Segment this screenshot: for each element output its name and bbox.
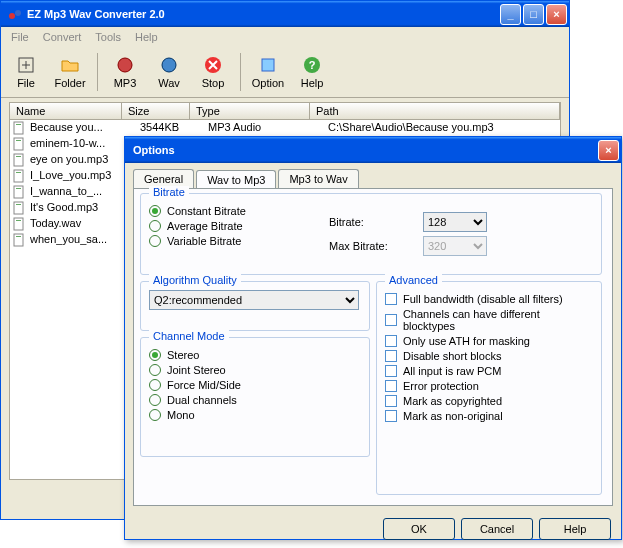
svg-rect-14 xyxy=(16,156,21,157)
stop-icon xyxy=(203,55,223,75)
tab-strip: General Wav to Mp3 Mp3 to Wav xyxy=(133,169,613,188)
menu-convert[interactable]: Convert xyxy=(37,29,88,45)
check-advanced-1[interactable]: Channels can have different blocktypes xyxy=(385,308,593,332)
toolbar-stop[interactable]: Stop xyxy=(192,51,234,93)
check-advanced-7[interactable]: Mark as non-original xyxy=(385,410,593,422)
menu-file[interactable]: File xyxy=(5,29,35,45)
close-button[interactable]: × xyxy=(546,4,567,25)
help-button[interactable]: Help xyxy=(539,518,611,540)
toolbar-file[interactable]: File xyxy=(5,51,47,93)
file-icon xyxy=(12,169,28,183)
options-dialog: Options × General Wav to Mp3 Mp3 to Wav … xyxy=(124,136,622,540)
svg-rect-10 xyxy=(16,124,21,125)
check-advanced-5[interactable]: Error protection xyxy=(385,380,593,392)
svg-rect-13 xyxy=(14,154,23,166)
bitrate-group: Bitrate Constant Bitrate Average Bitrate… xyxy=(140,193,602,275)
dialog-title: Options xyxy=(127,144,596,156)
svg-point-0 xyxy=(9,13,15,19)
cancel-button[interactable]: Cancel xyxy=(461,518,533,540)
check-advanced-4[interactable]: All input is raw PCM xyxy=(385,365,593,377)
window-title: EZ Mp3 Wav Converter 2.0 xyxy=(27,8,498,20)
maximize-button[interactable]: □ xyxy=(523,4,544,25)
algorithm-group: Algorithm Quality Q2:recommended xyxy=(140,281,370,331)
tab-mp3-to-wav[interactable]: Mp3 to Wav xyxy=(278,169,358,188)
help-icon: ? xyxy=(302,55,322,75)
titlebar: EZ Mp3 Wav Converter 2.0 _ □ × xyxy=(1,1,569,27)
channel-group: Channel Mode Stereo Joint Stereo Force M… xyxy=(140,337,370,457)
ok-button[interactable]: OK xyxy=(383,518,455,540)
radio-variable-bitrate[interactable]: Variable Bitrate xyxy=(149,235,329,247)
dialog-buttons: OK Cancel Help xyxy=(125,512,621,548)
app-icon xyxy=(7,6,23,22)
check-advanced-6[interactable]: Mark as copyrighted xyxy=(385,395,593,407)
check-advanced-2[interactable]: Only use ATH for masking xyxy=(385,335,593,347)
advanced-legend: Advanced xyxy=(385,274,442,286)
file-icon xyxy=(12,185,28,199)
channel-legend: Channel Mode xyxy=(149,330,229,342)
menubar: File Convert Tools Help xyxy=(1,27,569,47)
wav-icon xyxy=(159,55,179,75)
svg-point-1 xyxy=(15,10,21,16)
file-icon xyxy=(12,153,28,167)
check-advanced-3[interactable]: Disable short blocks xyxy=(385,350,593,362)
file-icon xyxy=(12,121,28,135)
radio-mono[interactable]: Mono xyxy=(149,409,361,421)
file-icon xyxy=(12,137,28,151)
toolbar-folder[interactable]: Folder xyxy=(49,51,91,93)
radio-dual-channels[interactable]: Dual channels xyxy=(149,394,361,406)
algorithm-select[interactable]: Q2:recommended xyxy=(149,290,359,310)
toolbar-wav[interactable]: Wav xyxy=(148,51,190,93)
bitrate-label: Bitrate: xyxy=(329,216,415,228)
svg-point-4 xyxy=(162,58,176,72)
svg-rect-17 xyxy=(14,186,23,198)
svg-rect-16 xyxy=(16,172,21,173)
toolbar: File Folder MP3 Wav Stop Option ?Help xyxy=(1,47,569,98)
svg-rect-23 xyxy=(14,234,23,246)
svg-rect-6 xyxy=(262,59,274,71)
svg-rect-20 xyxy=(16,204,21,205)
radio-stereo[interactable]: Stereo xyxy=(149,349,361,361)
file-icon xyxy=(12,201,28,215)
bitrate-select[interactable]: 128 xyxy=(423,212,487,232)
tab-panel: Bitrate Constant Bitrate Average Bitrate… xyxy=(133,188,613,506)
toolbar-help[interactable]: ?Help xyxy=(291,51,333,93)
svg-rect-11 xyxy=(14,138,23,150)
dialog-close-button[interactable]: × xyxy=(598,140,619,161)
col-size[interactable]: Size xyxy=(122,103,190,119)
tab-wav-to-mp3[interactable]: Wav to Mp3 xyxy=(196,170,276,189)
svg-rect-19 xyxy=(14,202,23,214)
svg-rect-21 xyxy=(14,218,23,230)
svg-rect-12 xyxy=(16,140,21,141)
plus-file-icon xyxy=(16,55,36,75)
radio-constant-bitrate[interactable]: Constant Bitrate xyxy=(149,205,329,217)
radio-force-mid-side[interactable]: Force Mid/Side xyxy=(149,379,361,391)
col-name[interactable]: Name xyxy=(10,103,122,119)
svg-point-3 xyxy=(118,58,132,72)
menu-help[interactable]: Help xyxy=(129,29,164,45)
list-item[interactable]: Because you...3544KBMP3 AudioC:\Share\Au… xyxy=(10,120,560,136)
file-icon xyxy=(12,233,28,247)
col-path[interactable]: Path xyxy=(310,103,560,119)
svg-rect-24 xyxy=(16,236,21,237)
plus-folder-icon xyxy=(60,55,80,75)
toolbar-mp3[interactable]: MP3 xyxy=(104,51,146,93)
minimize-button[interactable]: _ xyxy=(500,4,521,25)
radio-average-bitrate[interactable]: Average Bitrate xyxy=(149,220,329,232)
file-icon xyxy=(12,217,28,231)
svg-rect-18 xyxy=(16,188,21,189)
menu-tools[interactable]: Tools xyxy=(89,29,127,45)
svg-rect-22 xyxy=(16,220,21,221)
list-header: Name Size Type Path xyxy=(9,102,561,120)
toolbar-option[interactable]: Option xyxy=(247,51,289,93)
check-advanced-0[interactable]: Full bandwidth (disable all filters) xyxy=(385,293,593,305)
svg-rect-9 xyxy=(14,122,23,134)
option-icon xyxy=(258,55,278,75)
svg-rect-15 xyxy=(14,170,23,182)
col-type[interactable]: Type xyxy=(190,103,310,119)
dialog-titlebar: Options × xyxy=(125,137,621,163)
svg-text:?: ? xyxy=(309,59,316,71)
bitrate-legend: Bitrate xyxy=(149,186,189,198)
algorithm-legend: Algorithm Quality xyxy=(149,274,241,286)
radio-joint-stereo[interactable]: Joint Stereo xyxy=(149,364,361,376)
max-bitrate-label: Max Bitrate: xyxy=(329,240,415,252)
